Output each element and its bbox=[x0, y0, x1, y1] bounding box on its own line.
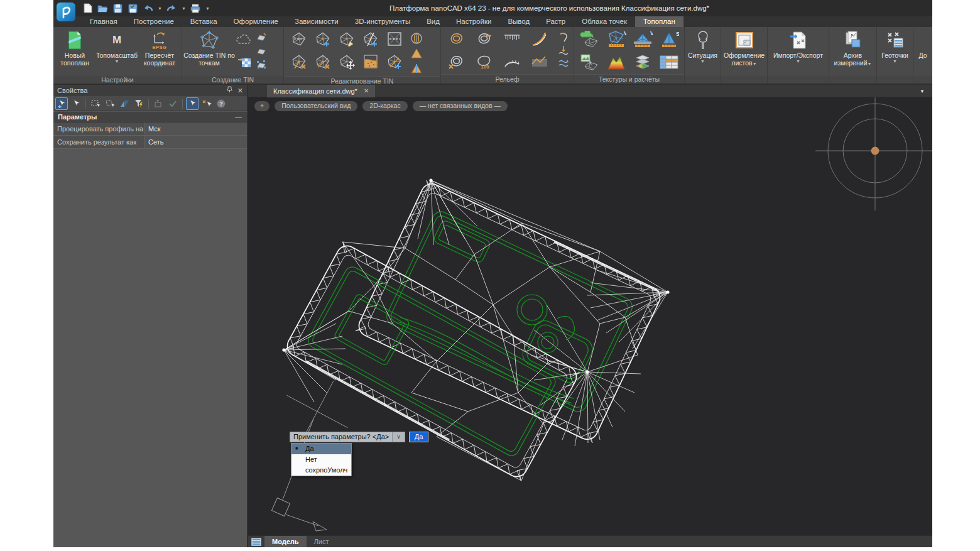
property-row[interactable]: Сохранить результат как Сеть bbox=[53, 136, 247, 149]
viewport-linked-views-button[interactable]: — нет связанных видов — bbox=[413, 101, 508, 111]
option-sohrpoumolch[interactable]: сохрпоУмолч bbox=[291, 465, 351, 476]
clear-selection-button[interactable] bbox=[200, 97, 213, 110]
volume-mound-v-button[interactable]: V bbox=[632, 30, 653, 49]
import-export-button[interactable]: Импорт/Экспорт ▼ bbox=[769, 28, 827, 75]
property-row[interactable]: Проецировать профиль на Мск bbox=[53, 123, 247, 136]
geotochki-caret: ▼ bbox=[893, 59, 897, 63]
help-icon[interactable]: ? bbox=[215, 97, 227, 110]
surface-from-objects-button[interactable] bbox=[254, 58, 268, 71]
pin-icon[interactable] bbox=[227, 85, 232, 96]
invert-selection-button[interactable] bbox=[118, 97, 131, 110]
tab-model[interactable]: Модель bbox=[264, 536, 307, 547]
tin-sphere-view-button[interactable] bbox=[410, 31, 423, 46]
tab-nastroyki[interactable]: Настройки bbox=[448, 16, 499, 27]
copy-surface-button[interactable] bbox=[254, 45, 268, 57]
select-button[interactable] bbox=[70, 97, 82, 110]
tin-delete-point-button[interactable] bbox=[290, 53, 308, 70]
tin-add-point-button[interactable] bbox=[314, 30, 332, 48]
oformlenie-listov-button[interactable]: Оформление листов▼ bbox=[722, 28, 766, 75]
tab-oformlenie[interactable]: Оформление bbox=[226, 16, 286, 27]
tin-from-cloud-button[interactable] bbox=[235, 31, 254, 48]
dynamic-input: Применить параметры? <Да> ∨ Да bbox=[290, 432, 428, 442]
geotochki-button[interactable]: Геоточки ▼ bbox=[878, 28, 912, 75]
import-surface-button[interactable] bbox=[254, 31, 268, 43]
tab-vid[interactable]: Вид bbox=[418, 16, 448, 27]
point-to-surface-button[interactable] bbox=[557, 44, 570, 57]
layout-list-icon[interactable] bbox=[248, 536, 264, 547]
tab-vyvod[interactable]: Вывод bbox=[499, 16, 538, 27]
extend-selection-button[interactable] bbox=[152, 97, 165, 110]
marquee-select-button[interactable] bbox=[89, 97, 102, 110]
layers-compare-button[interactable] bbox=[632, 53, 653, 72]
ribbon-tab-bar: Главная Построение Вставка Оформление За… bbox=[53, 16, 932, 27]
parameters-section-header[interactable]: Параметры— bbox=[53, 111, 247, 123]
hook-curve-button[interactable] bbox=[557, 31, 570, 43]
tin-edit-point-button[interactable] bbox=[338, 30, 356, 48]
arhiv-izmereniy-button[interactable]: Архив измерений▼ bbox=[830, 28, 875, 75]
waterflow-button[interactable] bbox=[557, 57, 570, 70]
option-da[interactable]: Да bbox=[291, 444, 351, 454]
selection-filter-button[interactable] bbox=[133, 97, 145, 110]
create-tin-by-points-button[interactable]: Создание TIN по точкам bbox=[183, 28, 235, 75]
contour-delete-button[interactable] bbox=[447, 53, 466, 70]
topomasshtab-button[interactable]: M Топомасштаб ▼ bbox=[95, 28, 139, 75]
command-input[interactable]: Да bbox=[409, 432, 428, 442]
collapse-icon[interactable]: — bbox=[235, 112, 242, 123]
contour-remove-segment-button[interactable] bbox=[475, 30, 494, 48]
tab-list[interactable]: Лист bbox=[307, 536, 337, 547]
viewport-add-button[interactable]: + bbox=[254, 101, 270, 111]
tin-swap-edge-button[interactable] bbox=[290, 30, 308, 48]
tab-oblaka-tochek[interactable]: Облака точек bbox=[574, 16, 635, 27]
bergstrich-button[interactable] bbox=[503, 30, 521, 48]
contour-interval-button[interactable]: 100 bbox=[475, 53, 494, 70]
tab-glavnaya[interactable]: Главная bbox=[82, 16, 126, 27]
group-label: Рельеф bbox=[441, 74, 574, 84]
surface-from-cloud-button[interactable] bbox=[579, 30, 601, 49]
viewport-view-button[interactable]: Пользовательский вид bbox=[275, 101, 357, 111]
clipped-button[interactable]: До bbox=[915, 28, 931, 75]
svg-text:100: 100 bbox=[481, 64, 489, 70]
apply-selection-button[interactable] bbox=[166, 97, 179, 110]
tin-from-grid-button[interactable] bbox=[235, 53, 254, 70]
recalc-coordinates-button[interactable]: EPSG Пересчёт координат bbox=[139, 28, 180, 75]
smooth-contour-button[interactable] bbox=[530, 30, 549, 48]
pointer-mode-button[interactable] bbox=[186, 97, 199, 110]
polygon-select-button[interactable] bbox=[104, 97, 116, 110]
volume-mesh-v-button[interactable]: V bbox=[606, 30, 627, 49]
volume-table-button[interactable] bbox=[658, 53, 680, 72]
tab-zavisimosti[interactable]: Зависимости bbox=[286, 16, 347, 27]
nanocad-logo-icon[interactable] bbox=[57, 3, 75, 21]
new-topoplan-button[interactable]: Новый топоплан bbox=[55, 28, 95, 75]
contours-create-button[interactable] bbox=[447, 30, 466, 48]
property-value[interactable]: Сеть bbox=[144, 136, 247, 148]
slope-ticks-button[interactable] bbox=[503, 53, 521, 70]
tab-rastr[interactable]: Растр bbox=[538, 16, 574, 27]
tab-postroenie[interactable]: Построение bbox=[126, 16, 182, 27]
texture-image-button[interactable] bbox=[579, 53, 601, 72]
tin-move-point-button[interactable] bbox=[338, 53, 356, 70]
volume-cone-s-button[interactable]: S bbox=[658, 30, 680, 49]
close-icon[interactable]: ✕ bbox=[237, 85, 243, 96]
option-net[interactable]: Нет bbox=[291, 454, 351, 465]
tab-vstavka[interactable]: Вставка bbox=[182, 16, 226, 27]
tab-topoplan[interactable]: Топоплан bbox=[635, 16, 683, 27]
tin-add-breakline-button[interactable] bbox=[362, 30, 379, 48]
tin-triangles-shaded-button[interactable] bbox=[410, 61, 423, 76]
tin-add-triangle-button[interactable] bbox=[386, 53, 403, 70]
tin-triangles-button[interactable] bbox=[410, 46, 423, 61]
tab-list-caret[interactable]: ▼ bbox=[920, 89, 925, 94]
situaciya-button[interactable]: Ситуация ▼ bbox=[686, 28, 719, 75]
command-prompt: Применить параметры? <Да> bbox=[290, 432, 393, 442]
height-colormap-button[interactable] bbox=[606, 53, 627, 72]
tin-clip-boundary-button[interactable] bbox=[386, 30, 403, 48]
tab-3d-instrumenty[interactable]: 3D-инструменты bbox=[347, 16, 418, 27]
tin-delete-edge-button[interactable] bbox=[314, 53, 332, 70]
viewport-visual-style-button[interactable]: 2D-каркас bbox=[362, 101, 407, 111]
document-tab[interactable]: Классификация сети.dwg* ✕ bbox=[267, 85, 375, 97]
command-dropdown-button[interactable]: ∨ bbox=[393, 432, 405, 442]
close-tab-icon[interactable]: ✕ bbox=[364, 85, 369, 97]
property-value[interactable]: Мск bbox=[144, 123, 247, 135]
profile-polyline-button[interactable] bbox=[530, 53, 549, 70]
select-add-button[interactable] bbox=[55, 97, 68, 110]
tin-fill-area-button[interactable] bbox=[362, 53, 379, 70]
